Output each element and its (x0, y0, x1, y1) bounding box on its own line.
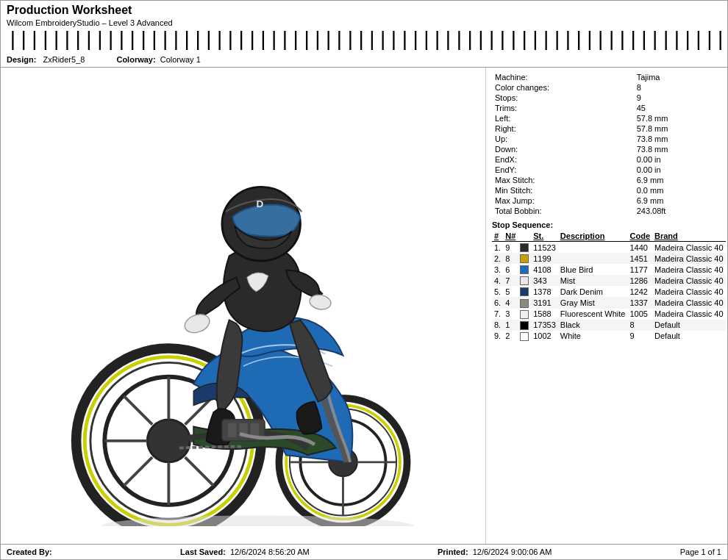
min-stitch-label: Min Stitch: (492, 185, 634, 195)
cell-swatch (518, 275, 531, 286)
color-swatch (520, 265, 529, 274)
machine-value: Tajima (634, 72, 721, 82)
cell-code: 1242 (628, 286, 653, 297)
cell-num: 3. (492, 264, 503, 275)
max-stitch-value: 6.9 mm (634, 175, 721, 185)
left-label: Left: (492, 113, 634, 123)
col-brand: Brand (652, 231, 726, 242)
col-st (518, 231, 531, 242)
cell-n: 6 (503, 264, 518, 275)
cell-num: 6. (492, 297, 503, 308)
cell-brand: Default (652, 331, 726, 342)
cell-n: 9 (503, 242, 518, 254)
cell-swatch (518, 309, 531, 320)
cell-code: 1440 (628, 242, 653, 254)
image-area: D (1, 68, 486, 544)
col-desc: Description (558, 231, 628, 242)
cell-st: 1588 (531, 309, 558, 320)
cell-code: 8 (628, 320, 653, 331)
cell-code: 9 (628, 331, 653, 342)
cell-desc: Fluorescent White (558, 309, 628, 320)
cell-swatch (518, 331, 531, 342)
cell-desc: Blue Bird (558, 264, 628, 275)
cell-desc: Gray Mist (558, 297, 628, 308)
max-jump-value: 6.9 mm (634, 195, 721, 206)
page-title: Production Worksheet (7, 4, 728, 17)
cell-n: 3 (503, 309, 518, 320)
cell-num: 9. (492, 331, 503, 342)
endx-label: EndX: (492, 154, 634, 165)
color-swatch (520, 310, 529, 319)
table-row: 4. 7 343 Mist 1286 Madeira Classic 40 (492, 275, 726, 286)
table-row: 3. 6 4108 Blue Bird 1177 Madeira Classic… (492, 264, 726, 275)
color-swatch (520, 276, 529, 285)
stop-sequence-header: Stop Sequence: (492, 220, 721, 229)
page-number: Page 1 of 1 (680, 548, 721, 556)
colorway-label: Colorway: Colorway 1 (116, 55, 215, 64)
color-swatch (520, 332, 529, 341)
cell-brand: Madeira Classic 40 (652, 253, 726, 264)
cell-swatch (518, 320, 531, 331)
cell-num: 8. (492, 320, 503, 331)
footer: Created By: Last Saved: 12/6/2024 8:56:2… (1, 544, 727, 559)
color-swatch (520, 254, 529, 263)
right-label: Right: (492, 123, 634, 134)
cell-swatch (518, 297, 531, 308)
col-st2: St. (531, 231, 558, 242)
cell-brand: Madeira Classic 40 (652, 297, 726, 308)
cell-st: 1378 (531, 286, 558, 297)
info-table: Machine:Tajima Color changes:8 Stops:9 T… (492, 72, 721, 216)
printed: Printed: 12/6/2024 9:00:06 AM (438, 548, 552, 556)
cell-desc: White (558, 331, 628, 342)
trims-label: Trims: (492, 103, 634, 113)
cell-desc (558, 253, 628, 264)
table-row: 1. 9 11523 1440 Madeira Classic 40 (492, 242, 726, 254)
endy-label: EndY: (492, 165, 634, 175)
cell-n: 8 (503, 253, 518, 264)
cell-num: 7. (492, 309, 503, 320)
svg-rect-27 (227, 423, 236, 437)
cell-code: 1337 (628, 297, 653, 308)
svg-line-11 (124, 457, 152, 486)
color-swatch (520, 243, 529, 252)
svg-line-9 (185, 457, 213, 486)
cell-swatch (518, 242, 531, 254)
svg-line-8 (124, 396, 152, 425)
cell-st: 1199 (531, 253, 558, 264)
design-label: Design: ZxRider5_8 (7, 55, 99, 64)
cell-code: 1286 (628, 275, 653, 286)
total-bobbin-label: Total Bobbin: (492, 206, 634, 216)
color-swatch (520, 287, 529, 296)
up-label: Up: (492, 134, 634, 144)
total-bobbin-value: 243.08ft (634, 206, 721, 216)
cell-n: 4 (503, 297, 518, 308)
svg-text:D: D (256, 198, 263, 209)
header-subtitle: Wilcom EmbroideryStudio – Level 3 Advanc… (7, 18, 728, 27)
cell-n: 5 (503, 286, 518, 297)
cell-brand: Madeira Classic 40 (652, 242, 726, 254)
cell-st: 1002 (531, 331, 558, 342)
cell-code: 1005 (628, 309, 653, 320)
left-value: 57.8 mm (634, 113, 721, 123)
created-by: Created By: (7, 548, 52, 556)
cell-desc: Mist (558, 275, 628, 286)
cell-st: 17353 (531, 320, 558, 331)
info-panel: Machine:Tajima Color changes:8 Stops:9 T… (486, 68, 727, 544)
color-changes-value: 8 (634, 82, 721, 93)
header-meta: Design: ZxRider5_8 Colorway: Colorway 1 (7, 55, 728, 64)
max-stitch-label: Max Stitch: (492, 175, 634, 185)
cell-n: 2 (503, 331, 518, 342)
header: Production Worksheet Wilcom EmbroiderySt… (1, 1, 727, 68)
cell-swatch (518, 286, 531, 297)
cell-code: 1177 (628, 264, 653, 275)
up-value: 73.8 mm (634, 134, 721, 144)
color-changes-label: Color changes: (492, 82, 634, 93)
cell-num: 1. (492, 242, 503, 254)
cell-desc: Black (558, 320, 628, 331)
last-saved: Last Saved: 12/6/2024 8:56:20 AM (180, 548, 310, 556)
min-stitch-value: 0.0 mm (634, 185, 721, 195)
color-swatch (520, 299, 529, 308)
main-content: D Machine:Tajima (1, 68, 727, 544)
down-value: 73.8 mm (634, 144, 721, 154)
stops-value: 9 (634, 93, 721, 103)
